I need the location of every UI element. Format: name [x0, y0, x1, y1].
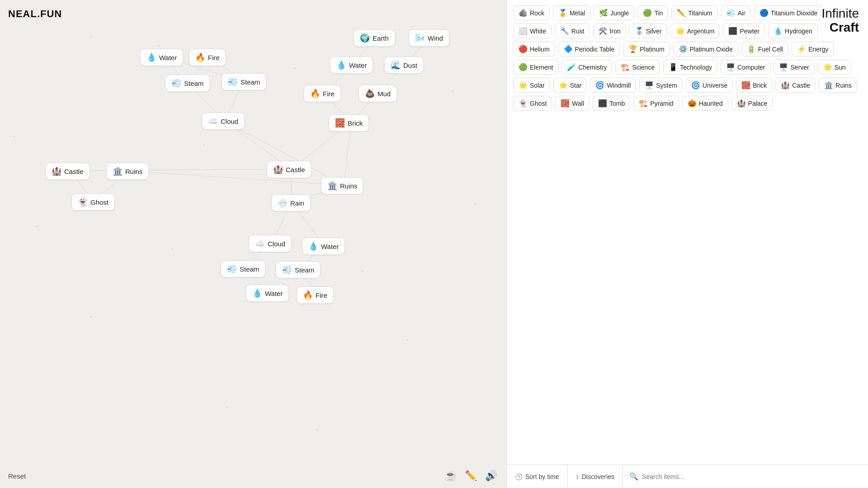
canvas-element-e19[interactable]: ☁️Cloud — [249, 235, 292, 252]
bottom-icon-1[interactable]: ✏️ — [465, 470, 477, 482]
canvas-element-e12[interactable]: 🧱Brick — [329, 114, 369, 131]
sidebar-item-star[interactable]: ⭐Star — [553, 78, 587, 93]
canvas-element-e8[interactable]: 💧Water — [330, 56, 373, 74]
canvas-element-e14[interactable]: 🏛️Ruins — [106, 163, 149, 180]
element-icon: ☁️ — [208, 116, 218, 126]
canvas-element-e9[interactable]: 🌊Dust — [384, 56, 424, 74]
sidebar-item-hydrogen[interactable]: 💧Hydrogen — [768, 23, 818, 38]
canvas-element-e23[interactable]: 💧Water — [246, 285, 289, 302]
canvas-element-e10[interactable]: 🔥Fire — [304, 85, 341, 102]
sidebar-item-universe[interactable]: 🌀Universe — [686, 78, 733, 93]
chip-icon: 🌀 — [595, 81, 604, 89]
sidebar-item-white[interactable]: ⬜White — [513, 23, 552, 38]
element-icon: 💨 — [171, 78, 181, 88]
sidebar-item-pewter[interactable]: ⬛Pewter — [723, 23, 765, 38]
sidebar-item-computer[interactable]: 🖥️Computer — [721, 60, 770, 75]
canvas-element-e2[interactable]: 🔥Fire — [189, 49, 226, 66]
chip-label: Iron — [610, 28, 621, 35]
canvas-element-e6[interactable]: 🌍Earth — [354, 29, 395, 47]
sidebar-item-element[interactable]: 🟢Element — [513, 60, 558, 75]
canvas-element-e18[interactable]: 🌧️Rain — [271, 194, 311, 211]
sidebar-item-energy[interactable]: ⚡Energy — [792, 42, 834, 56]
sidebar-item-ruins[interactable]: 🏛️Ruins — [819, 78, 857, 93]
chip-label: Tin — [654, 9, 663, 17]
sidebar-item-pyramid[interactable]: 🏗️Pyramid — [633, 96, 679, 111]
canvas-element-e4[interactable]: 💨Steam — [222, 73, 266, 90]
sidebar-item-system[interactable]: 🖥️System — [639, 78, 683, 93]
sidebar-item-windmill[interactable]: 🌀Windmill — [590, 78, 636, 93]
chip-label: Pewter — [740, 28, 760, 35]
element-icon: 🌍 — [360, 33, 370, 43]
sidebar-item-metal[interactable]: 🥇Metal — [553, 5, 590, 20]
canvas-element-e11[interactable]: 💩Mud — [359, 85, 397, 102]
sidebar-item-haunted[interactable]: 🎃Haunted — [682, 96, 728, 111]
sidebar-item-rust[interactable]: 🔧Rust — [555, 23, 590, 38]
sidebar-item-palace[interactable]: 🏰Palace — [731, 96, 773, 111]
sidebar-item-platinum[interactable]: 🏆Platinum — [623, 42, 670, 56]
sidebar-item-platinum-oxide[interactable]: ⚙️Platinum Oxide — [673, 42, 738, 56]
element-icon: 🌬️ — [415, 33, 425, 43]
panel-btn-icon: ↕ — [576, 473, 579, 480]
sidebar-item-argentum[interactable]: 🌟Argentum — [670, 23, 720, 38]
sidebar-item-air[interactable]: 💨Air — [721, 5, 751, 20]
sidebar-item-castle[interactable]: 🏰Castle — [775, 78, 816, 93]
bottom-icon-0[interactable]: ☕ — [444, 470, 457, 482]
canvas-element-e5[interactable]: ☁️Cloud — [202, 113, 245, 130]
element-label: Rain — [290, 199, 304, 207]
panel-bottom-btn-sort-by-time[interactable]: 🕐Sort by time — [507, 465, 568, 488]
canvas-element-e1[interactable]: 💧Water — [140, 49, 183, 66]
panel-bottom-btn-discoveries[interactable]: ↕Discoveries — [568, 465, 623, 488]
chip-icon: ⬛ — [728, 27, 737, 35]
chip-icon: 🏆 — [628, 45, 637, 53]
chip-label: Ghost — [530, 100, 547, 107]
chip-icon: 🌟 — [823, 63, 832, 71]
sidebar-item-silver[interactable]: 🥈Silver — [629, 23, 667, 38]
canvas-element-e22[interactable]: 💨Steam — [276, 261, 321, 278]
canvas-element-e21[interactable]: 💨Steam — [221, 260, 265, 277]
sidebar-item-ghost[interactable]: 👻Ghost — [513, 96, 552, 111]
sidebar-item-technology[interactable]: 📱Technology — [663, 60, 717, 75]
element-icon: 💧 — [336, 60, 346, 70]
sidebar-item-sun[interactable]: 🌟Sun — [818, 60, 851, 75]
element-label: Steam — [240, 265, 259, 273]
canvas-element-e16[interactable]: 🏰Castle — [267, 161, 311, 178]
sidebar-item-rock[interactable]: 🪨Rock — [513, 5, 550, 20]
sidebar-item-iron[interactable]: ⚒️Iron — [593, 23, 626, 38]
svg-line-27 — [129, 171, 344, 185]
canvas-element-e15[interactable]: 👻Ghost — [71, 193, 115, 211]
chip-label: Technology — [680, 64, 712, 71]
sidebar-item-titanium[interactable]: ✏️Titanium — [671, 5, 717, 20]
canvas-element-e7[interactable]: 🌬️Wind — [409, 29, 449, 47]
canvas-element-e17[interactable]: 🏛️Ruins — [321, 177, 363, 194]
sidebar-item-periodic-table[interactable]: 🔷Periodic Table — [558, 42, 620, 56]
canvas-element-e20[interactable]: 💧Water — [302, 238, 345, 255]
search-bar: 🔍 — [623, 472, 868, 481]
chip-label: Energy — [808, 46, 828, 53]
chip-icon: 🔷 — [564, 45, 573, 53]
search-input[interactable] — [642, 473, 862, 480]
sidebar-item-solar[interactable]: 🌟Solar — [513, 78, 550, 93]
sidebar-item-helium[interactable]: 🔴Helium — [513, 42, 555, 56]
sidebar-item-tomb[interactable]: ⬛Tomb — [593, 96, 630, 111]
chip-icon: 🥇 — [558, 9, 567, 17]
canvas-element-e3[interactable]: 💨Steam — [165, 75, 210, 92]
canvas-element-e13[interactable]: 🏰Castle — [45, 163, 90, 180]
sidebar-item-fuel-cell[interactable]: 🔋Fuel Cell — [741, 42, 788, 56]
chip-label: Science — [632, 64, 655, 71]
sidebar-item-server[interactable]: 🖥️Server — [774, 60, 814, 75]
element-label: Ruins — [125, 168, 142, 175]
element-label: Water — [321, 243, 339, 250]
chip-icon: 🖥️ — [645, 81, 654, 89]
bottom-icon-2[interactable]: 🔊 — [485, 470, 497, 482]
sidebar-item-titanium-dioxide[interactable]: 🔵Titanium Dioxide — [754, 5, 823, 20]
craft-canvas: 💧Water🔥Fire💨Steam💨Steam☁️Cloud🌍Earth🌬️Wi… — [0, 0, 506, 488]
sidebar-item-jungle[interactable]: 🌿Jungle — [594, 5, 634, 20]
canvas-element-e24[interactable]: 🔥Fire — [297, 286, 334, 304]
reset-button[interactable]: Reset — [8, 472, 26, 480]
sidebar-item-science[interactable]: 🏗️Science — [615, 60, 660, 75]
sidebar-item-chemistry[interactable]: 🧪Chemistry — [561, 60, 612, 75]
sidebar-item-tin[interactable]: 🟢Tin — [637, 5, 668, 20]
sidebar-item-wall[interactable]: 🧱Wall — [555, 96, 590, 111]
sidebar-item-brick[interactable]: 🧱Brick — [736, 78, 772, 93]
element-label: Steam — [184, 80, 203, 87]
